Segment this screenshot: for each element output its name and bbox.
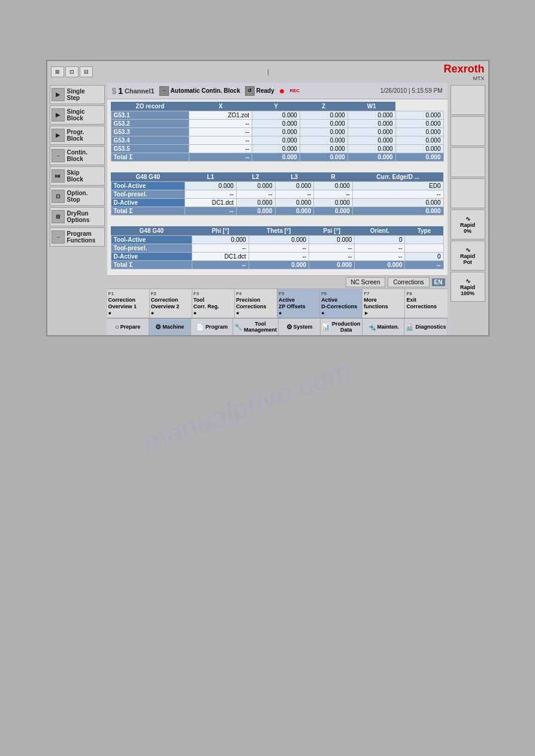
tab-f1-line1: Correction <box>108 297 136 303</box>
nc-screen-btn[interactable]: NC Screen <box>346 277 386 287</box>
zo-col-z: Z <box>300 102 347 111</box>
tool-col-l3: L3 <box>275 172 314 182</box>
tool-col-edge: Curr. Edge/D ... <box>352 172 443 182</box>
watermark: manualprive.com <box>138 354 355 460</box>
program-functions-icon: → <box>52 230 65 244</box>
tool-row3-l3: 0.000 <box>314 199 353 207</box>
table-row: Tool-Active 0.000 0.000 0.000 0 <box>111 236 443 244</box>
rapid0-icon: ∿ <box>466 215 470 222</box>
sidebar-btn-contin-block[interactable]: → Contin.Block <box>50 146 105 165</box>
footer-nav-system[interactable]: ⚙ System <box>279 318 321 335</box>
orient-total-theta: 0.000 <box>309 261 355 269</box>
footer-nav-diagnostics[interactable]: 🔬 Diagnostics <box>404 318 447 335</box>
tab-f7-line1: More <box>364 297 377 303</box>
tab-f5-line2: ZP Offsets <box>279 303 306 309</box>
right-btn-rapid-pot[interactable]: ∿ Rapid Pot <box>451 241 485 271</box>
tab-more-functions[interactable]: F7 More functions ► <box>362 289 405 318</box>
tab-correction-ov2[interactable]: F2 Correction Overview 2 ● <box>150 289 192 318</box>
orient-total-orient: -- <box>405 261 443 269</box>
dryrun-label: DryRunOptions <box>67 210 90 223</box>
footer-nav-prepare[interactable]: ○ Prepare <box>107 318 149 335</box>
tab-precision-corrections[interactable]: F4 Precision Corrections ● <box>235 289 277 318</box>
mode-info: → Automatic Contin. Block <box>159 86 240 96</box>
rapid0-label: Rapid <box>460 222 475 228</box>
orient-col-theta: Theta [°] <box>249 226 309 236</box>
right-btn-rapid100[interactable]: ∿ Rapid 100% <box>451 272 485 302</box>
ready-label: Ready <box>256 87 274 94</box>
zo-row2-y: 0.000 <box>300 120 347 128</box>
tool-mgmt-label: Tool Management <box>244 321 277 333</box>
footer-nav-production[interactable]: 📊 Production Data <box>321 318 362 335</box>
sidebar-btn-single-step[interactable]: ▶ SingleStep <box>50 85 105 104</box>
right-btn-placeholder3[interactable] <box>451 147 485 177</box>
tool-row2-label: Tool-presel. <box>111 190 185 199</box>
system-label: System <box>294 324 313 330</box>
orient-row2-psi: -- <box>309 244 355 253</box>
rapid0-pct: 0% <box>464 228 471 234</box>
system-icon: ⚙ <box>286 323 292 331</box>
machine-frame: manualprive.com ⊞ ⊡ ⊟ | Rexroth MTX ▶ Si… <box>46 60 489 336</box>
orient-table: G48 G40 Phi [°] Theta [°] Psi [°] Orient… <box>111 226 444 269</box>
header-icon-3[interactable]: ⊟ <box>80 66 93 77</box>
footer-nav-mainten[interactable]: 🔩 Mainten. <box>362 318 404 335</box>
skip-block-label: SkipBlock <box>67 169 83 183</box>
tool-mgmt-icon: 🔧 <box>234 323 243 331</box>
dryrun-icon: ⊞ <box>52 210 65 223</box>
footer-nav-program[interactable]: 📄 Program <box>191 318 233 335</box>
sidebar-btn-single-block[interactable]: ▶ SingicBlock <box>50 105 105 125</box>
production-icon: 📊 <box>322 323 330 331</box>
header-area: ⊞ ⊡ ⊟ | Rexroth MTX <box>47 61 488 83</box>
sidebar-btn-option-stop[interactable]: ⊡ Option.Stop <box>50 187 105 206</box>
machine-icon: ⚙ <box>155 323 161 331</box>
orient-row2-orient: -- <box>355 244 405 253</box>
orient-section: G48 G40 Phi [°] Theta [°] Psi [°] Orient… <box>107 224 448 275</box>
orient-row1-phi: 0.000 <box>192 236 249 244</box>
tab-active-zp-offsets[interactable]: F5 Active ZP Offsets ● <box>277 289 320 318</box>
right-btn-placeholder2[interactable] <box>451 116 485 146</box>
tool-row1-l1: 0.000 <box>185 182 236 190</box>
tab-active-d-corrections[interactable]: F6 Active D-Corrections ● <box>320 289 362 318</box>
zo-col-record: ZO record <box>111 102 189 111</box>
header-icon-2[interactable]: ⊡ <box>65 66 78 77</box>
prepare-icon: ○ <box>115 323 119 330</box>
table-row: G53.3 -- 0.000 0.000 0.000 0.000 <box>111 128 443 136</box>
zo-total-x: 0.000 <box>252 153 300 162</box>
corrections-btn[interactable]: Corrections <box>388 277 429 287</box>
footer-nav-tool-mgmt[interactable]: 🔧 Tool Management <box>233 318 279 335</box>
tool-row1-label: Tool-Active <box>111 182 185 190</box>
right-btn-rapid0[interactable]: ∿ Rapid 0% <box>451 210 485 239</box>
tool-total-label: Total Σ <box>111 207 185 215</box>
zo-col-y: Y <box>252 102 300 111</box>
zo-row3-ref: -- <box>189 128 252 136</box>
progr-block-label: Progr.Block <box>67 129 84 142</box>
contin-block-icon: → <box>52 149 65 162</box>
orient-col-psi: Psi [°] <box>309 226 355 236</box>
zo-row5-x: 0.000 <box>252 145 300 153</box>
program-label: Program <box>205 324 228 330</box>
footer-nav-machine[interactable]: ⚙ Machine <box>149 318 191 335</box>
header-left: ⊞ ⊡ ⊟ <box>51 66 93 77</box>
tab-tool-corr-reg[interactable]: F3 Tool Corr. Reg. ● <box>192 289 235 318</box>
tab-f5-line1: Active <box>279 297 295 303</box>
zo-row3-label: G53.3 <box>111 128 189 136</box>
tab-f8-key: F8 <box>406 291 412 296</box>
sidebar-btn-skip-block[interactable]: ⏭ SkipBlock <box>50 166 105 186</box>
zo-total-w1: 0.000 <box>395 153 443 162</box>
sidebar-btn-progr-block[interactable]: ▶ Progr.Block <box>50 126 105 145</box>
sidebar-btn-program-functions[interactable]: → ProgramFunctions <box>50 227 105 247</box>
zo-row1-ref: ZO1.zot <box>189 111 252 120</box>
single-block-label: SingicBlock <box>67 108 85 122</box>
tool-total-r: 0.000 <box>352 207 443 215</box>
tool-row1-edge: ED0 <box>352 182 443 190</box>
single-step-label: SingleStep <box>67 88 85 101</box>
tab-f1-icon: ● <box>108 310 111 316</box>
sidebar-btn-dryrun[interactable]: ⊞ DryRunOptions <box>50 207 105 226</box>
channel-info: $ 1 Channel1 <box>112 86 155 96</box>
right-btn-placeholder1[interactable] <box>451 85 485 115</box>
tab-exit-corrections[interactable]: F8 Exit Corrections <box>405 289 447 318</box>
orient-row2-theta: -- <box>249 244 309 253</box>
header-icon-1[interactable]: ⊞ <box>51 66 64 77</box>
right-btn-placeholder4[interactable] <box>451 178 485 208</box>
tab-f2-line2: Overview 2 <box>151 303 180 309</box>
tab-correction-ov1[interactable]: F1 Correction Overview 1 ● <box>107 289 150 318</box>
